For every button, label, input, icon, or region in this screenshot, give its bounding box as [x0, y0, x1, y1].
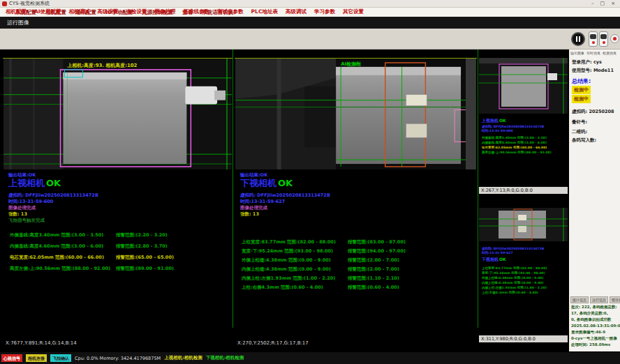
stats-tabs: 统计信息 运行信息 错误信息 — [570, 296, 620, 303]
camera-divider-line — [232, 50, 233, 328]
record-indicator-icon — [603, 41, 605, 44]
measurement-row: 上柱宽度:83.77mm 范围:(82.00 - 88.00) 报警范围:(83… — [242, 239, 472, 245]
preview-barcode: 虚拟码: DFFJiiw2025020813313472B — [482, 125, 544, 128]
bottom-camera-status: 下视相机:相机检测 — [206, 355, 244, 361]
part-image — [63, 73, 186, 164]
stats-line: 处理时间: 258.09ms — [571, 342, 610, 347]
toolbar-advanced-settings[interactable]: 高级设置 — [98, 8, 119, 15]
measurement-row: 外侧上柱缝:4.38mm 范围:(0.00 - 9.00) 报警范围:(2.00… — [242, 257, 472, 264]
status-indicator-button[interactable] — [610, 34, 619, 43]
view-option[interactable]: 检测仿真 — [603, 51, 617, 55]
measurement-text: 内侧上柱缝:4.38mm 范围:(0.00 - 9.00) — [242, 266, 331, 272]
measurement-text: 内侧上柱:左侧1.93mm 范围:(1.00 - 2.20) — [242, 275, 335, 281]
window-title: CYS-视觉检测系统 — [9, 0, 50, 7]
alarm-range: 报警范围:(2.20 - 3.20) — [116, 232, 168, 238]
tab-run-info[interactable]: 运行信息 — [590, 296, 608, 303]
toolbar-advanced-debug[interactable]: 高级调试 — [286, 8, 307, 15]
toolbar-learn-params[interactable]: 学习参数 — [314, 8, 335, 15]
preview-thumbnail-top[interactable]: 上视相机OK 虚拟码: DFFJiiw2025020813313472B 时间:… — [479, 50, 568, 194]
preview-measurement: 内侧基线:高度4.60mm 范围:(3.00 - 6.00) — [482, 141, 547, 144]
preview-thumbnail-bottom[interactable]: 虚拟码: DFFJiiw2025020813313472B 时间:13-31-5… — [479, 195, 568, 342]
alarm-range: 报警范围:(83.00 - 87.00) — [348, 239, 406, 245]
cpu-memory-status: Cpu: 0.0% Memory: 3424.41796875M — [75, 356, 161, 361]
toolbar-camera-debug[interactable]: 相机调试 — [69, 8, 90, 15]
camera-icon — [590, 34, 596, 39]
count-line: 张数: 13 — [8, 211, 27, 218]
toolbar-image-process[interactable]: 图像处理 — [155, 8, 176, 15]
app-icon — [2, 1, 7, 6]
preview-camera-title: 下视相机OK — [482, 257, 506, 263]
toolbar-baseline-params[interactable]: 基准线参数 — [184, 8, 210, 15]
measurement-text: 宽度-下:95.24mm 范围:(93.00 - 98.00) — [242, 248, 333, 254]
qr-field: 二维码: — [572, 129, 587, 135]
tabrow: 运行图像 — [0, 17, 620, 29]
camera-toggle-button-1[interactable] — [589, 31, 598, 47]
stats-line: 0-cys一号上视相机一图像 — [571, 336, 617, 341]
minimize-icon[interactable]: – — [591, 1, 594, 6]
connector-part — [185, 86, 217, 105]
measurement-row: 内侧上柱:左侧1.93mm 范围:(1.00 - 2.20) 报警范围:(1.1… — [242, 275, 472, 282]
camera-toggle-button-2[interactable] — [599, 31, 608, 47]
measurement-row: 外侧基线:高度3.40mm 范围:(3.00 - 3.50) 报警范围:(2.2… — [10, 232, 240, 238]
process-line: 图像处理完成 — [8, 205, 36, 211]
tab-statistics[interactable]: 统计信息 — [570, 296, 589, 303]
preview-measurement: 高度左侧-上:90.56mm 范围:(88.00 - 92.00) — [482, 151, 552, 154]
measurement-text: 电芯宽度:62.05mm 范围:(60.00 - 66.00) — [10, 255, 104, 260]
measurement-text: 上柱宽度:83.77mm 范围:(82.00 - 88.00) — [242, 239, 336, 245]
tab-error-info[interactable]: 错误信息 — [610, 296, 620, 303]
view-option[interactable]: 输出图像 — [570, 51, 584, 55]
alarm-range: 报警范围:(0.60 - 4.00) — [348, 285, 399, 291]
record-indicator-icon — [592, 41, 595, 44]
camera-view-bottom[interactable]: AI检测框 输出结果:OK 下视相机OK 虚拟码: DFFJiiw2025020… — [235, 50, 477, 340]
trigger-confirm-indicator: 飞拍确认 — [50, 354, 71, 362]
toolbar — [0, 29, 620, 50]
status-bar: 心跳信号 相机连接 飞拍确认 Cpu: 0.0% Memory: 3424.41… — [0, 352, 620, 364]
pixel-coords-bottom-camera: X:270,Y:2502;R:17,G:17,B:17 — [237, 340, 309, 346]
stats-line: 17, 条码分类总数:0, — [571, 311, 608, 316]
camera-view-top[interactable]: 上相机:高度:93. 相机高度:102 输出结果:OK 上视相机OK 虚拟码: … — [3, 50, 232, 340]
preview-measurement: 上柱宽度:83.77mm 范围:(82.00 - 88.00) — [482, 266, 547, 270]
camera-divider-line — [478, 50, 478, 328]
tab-run-image[interactable]: 运行图像 — [7, 19, 29, 26]
part-image — [336, 67, 461, 164]
trigger-line: 飞拍信号触发完成 — [8, 218, 45, 224]
titlebar: CYS-视觉检测系统 – □ × — [0, 0, 620, 8]
preview-measurement: 上柱:右侧4.3mm 范围:(0.60 - 4.00) — [482, 291, 538, 294]
toolbar-camera-config[interactable]: 相机配置 — [6, 8, 27, 15]
count-line: 张数: 13 — [240, 211, 259, 218]
app-window: CYS-视觉检测系统 – □ × C 系统配置 相机配置 通讯配置 IO手动配置… — [0, 0, 620, 364]
pause-button[interactable] — [571, 32, 585, 46]
toolbar-plc-table[interactable]: PLC地址表 — [251, 8, 278, 15]
toolbar-ai-config[interactable]: AI使用配置 — [34, 8, 61, 15]
camera-bottom-live-image: AI检测框 — [235, 58, 477, 169]
measurement-row: 宽度-下:95.24mm 范围:(93.00 - 98.00) 报警范围:(94… — [242, 248, 472, 255]
toolbar-tester-params[interactable]: 测试仪参数 — [217, 8, 244, 15]
close-icon[interactable]: × — [611, 1, 615, 6]
alarm-range: 报警范围:(65.00 - 65.00) — [116, 255, 174, 261]
barcode-line: 虚拟码: DFFJiiw2025020813313472B — [240, 192, 330, 199]
camera-title: 下视相机OK — [240, 177, 293, 190]
model-field: 使用型号: Mode11 — [572, 68, 614, 74]
preview-measurement: 电芯宽度:62.05mm 范围:(60.00 - 66.00) — [482, 146, 547, 149]
red-dot-icon — [613, 37, 617, 40]
time-line: 时间:13-31-59-627 — [240, 199, 285, 205]
total-result-label: 总结果: — [572, 77, 591, 85]
preview-barcode: 虚拟码: DFFJiiw2025020813313472B — [482, 247, 544, 250]
process-line: 图像处理完成 — [240, 205, 267, 211]
alarm-range: 报警范围:(2.00 - 7.00) — [348, 257, 399, 264]
view-option[interactable]: 实时仿真 — [586, 51, 600, 55]
barcode-write-field: 条码写入数: — [572, 137, 596, 144]
login-user-value: cys — [593, 59, 602, 65]
pixel-coords-top-camera: X:7677,Y:891;R:14,G:14,B:14 — [6, 340, 77, 346]
maximize-icon[interactable]: □ — [600, 1, 605, 6]
stats-line: 2025.02.08-13:31:09:05 — [571, 324, 620, 328]
toolbar-spot-check[interactable]: 点检设置 — [126, 8, 147, 15]
toolbar-other-settings[interactable]: 其它设置 — [343, 8, 364, 15]
preview-camera-title: 上视相机OK — [482, 118, 506, 124]
top-camera-status: 上视相机:相机检测 — [164, 355, 202, 361]
preview-measurement: 内侧上柱:左侧1.93mm 范围:(1.00 - 2.20) — [482, 286, 547, 289]
barcode-field: 虚拟码: 20250208 — [572, 109, 614, 115]
result-ok-badge: OK — [46, 178, 61, 188]
stats-line: 0, 条码图像识别成功数 — [571, 317, 611, 322]
measurement-row: 内侧上柱缝:4.38mm 范围:(0.00 - 9.00) 报警范围:(2.00… — [242, 266, 472, 273]
